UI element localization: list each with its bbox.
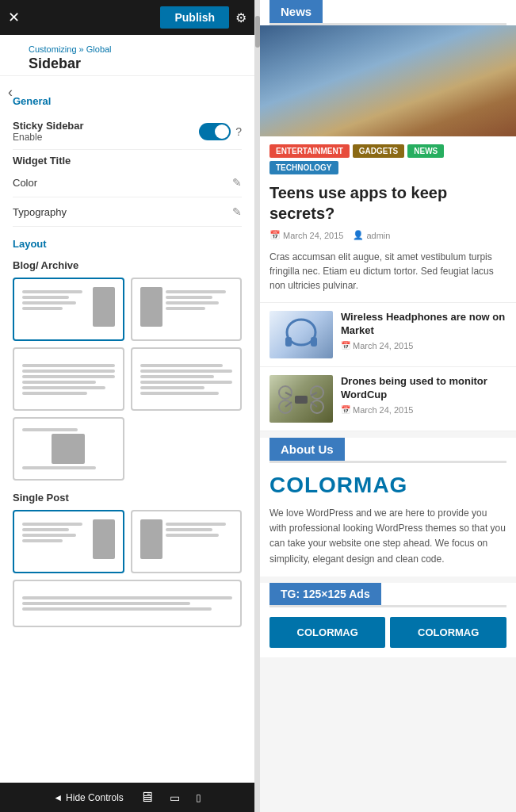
ads-button-2[interactable]: COLORMAG — [390, 617, 506, 648]
tag-news[interactable]: NEWS — [407, 144, 444, 158]
related-calendar-icon-1: 📅 — [341, 341, 350, 350]
tablet-icon[interactable]: ▭ — [170, 791, 180, 804]
sticky-sidebar-label: Sticky Sidebar — [13, 120, 84, 132]
article-excerpt: Cras accumsan elit augue, sit amet vesti… — [260, 247, 516, 303]
ads-button-1[interactable]: COLORMAG — [269, 617, 386, 648]
article-meta: 📅 March 24, 2015 👤 admin — [260, 228, 516, 247]
blog-archive-label: Blog/ Archive — [13, 259, 242, 271]
layout-option-4[interactable] — [131, 347, 243, 411]
gear-icon[interactable]: ⚙ — [235, 10, 247, 25]
panel-body: General Sticky Sidebar Enable ? Widget T… — [0, 76, 254, 783]
about-section-title: About Us — [269, 438, 345, 461]
layout-option-2[interactable] — [131, 278, 243, 341]
related-info-2: Drones being used to monitor WordCup 📅 M… — [341, 375, 506, 423]
layout-grid — [13, 278, 242, 481]
tag-entertainment[interactable]: ENTERTAINMENT — [269, 144, 350, 158]
color-label: Color — [13, 177, 37, 189]
single-post-layout-1[interactable] — [13, 510, 124, 573]
scrollbar-thumb — [255, 16, 260, 48]
hide-controls-label: Hide Controls — [66, 792, 124, 803]
news-header: News — [260, 0, 516, 25]
extra-layout-option[interactable] — [13, 580, 242, 627]
article-title[interactable]: Teens use apps to keep secrets? — [260, 179, 516, 228]
about-header-bar: About Us — [269, 438, 506, 463]
scrollbar[interactable] — [255, 0, 260, 812]
drone-svg — [269, 375, 333, 423]
single-post-label: Single Post — [13, 492, 242, 504]
help-icon[interactable]: ? — [235, 125, 242, 138]
preview-panel: News ENTERTAINMENT GADGETS NEWS TECHNOLO… — [260, 0, 516, 812]
calendar-icon: 📅 — [269, 230, 281, 240]
news-header-bar: News — [269, 0, 506, 25]
colormag-title: COLORMAG — [260, 463, 516, 503]
back-arrow-icon: ◄ — [53, 792, 63, 803]
related-date-2: 📅 March 24, 2015 — [341, 405, 506, 415]
top-bar: ✕ Publish ⚙ — [0, 0, 254, 35]
mobile-icon[interactable]: ▯ — [196, 792, 201, 803]
typography-edit-icon[interactable]: ✎ — [232, 205, 242, 218]
related-calendar-icon-2: 📅 — [341, 405, 350, 414]
article-author: 👤 admin — [353, 230, 390, 240]
back-button[interactable]: ‹ — [0, 79, 21, 105]
customizer-panel: ✕ Publish ⚙ ‹ Customizing » Global Sideb… — [0, 0, 255, 812]
ads-buttons: COLORMAG COLORMAG — [260, 607, 516, 657]
sticky-sidebar-toggle[interactable] — [199, 123, 231, 140]
colormag-description: We love WordPress and we are here to pro… — [260, 503, 516, 576]
widget-title-label: Widget Title — [13, 155, 242, 167]
widget-title-group: Widget Title — [13, 150, 242, 168]
breadcrumb-parent[interactable]: Global — [86, 44, 112, 54]
tags-container: ENTERTAINMENT GADGETS NEWS TECHNOLOGY — [260, 136, 516, 179]
color-edit-icon[interactable]: ✎ — [232, 176, 242, 189]
breadcrumb-prefix: Customizing » — [29, 44, 84, 54]
related-item-2[interactable]: Drones being used to monitor WordCup 📅 M… — [260, 367, 516, 431]
news-section-title: News — [269, 0, 323, 23]
about-section: About Us COLORMAG We love WordPress and … — [260, 438, 516, 576]
bottom-bar: ◄ Hide Controls 🖥 ▭ ▯ — [0, 783, 254, 812]
news-hero-image — [260, 25, 516, 136]
related-item-1[interactable]: Wireless Headphones are now on Market 📅 … — [260, 303, 516, 367]
ads-section: TG: 125×125 Ads COLORMAG COLORMAG — [260, 583, 516, 657]
sticky-sidebar-sublabel: Enable — [13, 132, 84, 143]
headphones-svg — [277, 315, 325, 354]
layout-option-3[interactable] — [13, 347, 124, 411]
tag-gadgets[interactable]: GADGETS — [353, 144, 404, 158]
author-icon: 👤 — [353, 230, 364, 240]
general-section-label: General — [13, 95, 242, 107]
typography-label: Typography — [13, 206, 67, 218]
sticky-sidebar-labels: Sticky Sidebar Enable — [13, 120, 84, 143]
layout-section-label: Layout — [13, 238, 242, 250]
related-date-1: 📅 March 24, 2015 — [341, 341, 506, 350]
typography-row: Typography ✎ — [13, 197, 242, 227]
panel-title: Sidebar — [29, 56, 242, 72]
svg-rect-3 — [295, 396, 308, 404]
tag-technology[interactable]: TECHNOLOGY — [269, 161, 338, 174]
article-date: 📅 March 24, 2015 — [269, 230, 343, 240]
extra-layout-row — [13, 580, 242, 627]
hide-controls-button[interactable]: ◄ Hide Controls — [53, 792, 124, 803]
desktop-icon[interactable]: 🖥 — [140, 789, 154, 806]
related-title-2[interactable]: Drones being used to monitor WordCup — [341, 375, 506, 402]
ads-header-bar: TG: 125×125 Ads — [269, 583, 506, 607]
related-title-1[interactable]: Wireless Headphones are now on Market — [341, 311, 506, 338]
color-row: Color ✎ — [13, 168, 242, 197]
close-icon[interactable]: ✕ — [8, 9, 20, 26]
publish-button[interactable]: Publish — [160, 6, 229, 29]
breadcrumb: Customizing » Global Sidebar — [0, 35, 254, 76]
layout-option-1[interactable] — [13, 278, 124, 341]
svg-rect-2 — [311, 337, 317, 347]
single-post-layout-grid — [13, 510, 242, 573]
toggle-container: ? — [199, 123, 242, 140]
sticky-sidebar-row: Sticky Sidebar Enable ? — [13, 113, 242, 150]
ads-section-title: TG: 125×125 Ads — [269, 583, 381, 605]
single-post-layout-2[interactable] — [131, 510, 243, 573]
colormag-part1: COLOR — [269, 473, 354, 497]
related-info-1: Wireless Headphones are now on Market 📅 … — [341, 311, 506, 358]
related-thumb-1 — [269, 311, 333, 358]
news-section: News ENTERTAINMENT GADGETS NEWS TECHNOLO… — [260, 0, 516, 431]
related-thumb-2 — [269, 375, 333, 423]
colormag-part2: MAG — [354, 473, 407, 497]
breadcrumb-text: Customizing » Global — [29, 44, 242, 54]
svg-rect-1 — [285, 337, 292, 347]
layout-option-5[interactable] — [13, 417, 124, 481]
